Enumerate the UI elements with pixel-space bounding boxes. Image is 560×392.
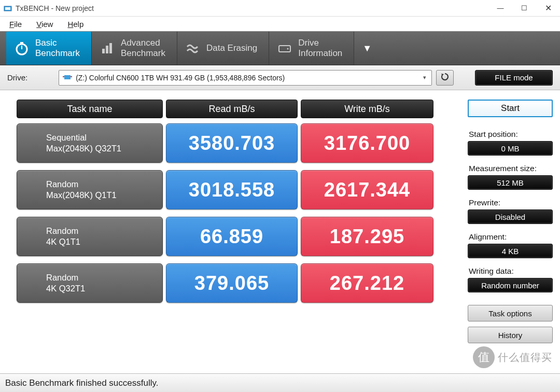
svg-rect-5	[102, 49, 105, 53]
drive-select[interactable]: (Z:) Colorful CN600 1TB WH 931.49 GB (1,…	[59, 70, 432, 86]
wave-icon	[185, 40, 201, 57]
svg-rect-10	[64, 75, 71, 79]
titlebar: TxBENCH - New project — ☐ ✕	[0, 0, 560, 17]
task-cell[interactable]: RandomMax(2048K) Q1T1	[17, 170, 163, 209]
tab-drive-information[interactable]: Drive Information	[269, 32, 354, 65]
svg-rect-3	[20, 42, 23, 44]
sidebar: Start Start position: 0 MB Measurement s…	[457, 100, 553, 369]
prewrite-value[interactable]: Disabled	[468, 209, 553, 224]
menu-file[interactable]: File	[2, 18, 29, 31]
tab-overflow-arrow[interactable]: ▼	[354, 32, 380, 65]
svg-point-9	[287, 48, 289, 50]
tab-basic-benchmark[interactable]: Basic Benchmark	[6, 32, 92, 65]
task-cell[interactable]: SequentialMax(2048K) Q32T1	[17, 123, 163, 163]
drive-icon	[276, 40, 293, 57]
start-button[interactable]: Start	[468, 100, 553, 117]
drive-toolbar: Drive: (Z:) Colorful CN600 1TB WH 931.49…	[0, 65, 560, 90]
task-cell[interactable]: Random4K Q32T1	[17, 263, 163, 303]
tabstrip: Basic Benchmark Advanced Benchmark Data …	[0, 31, 560, 65]
write-value: 2617.344	[301, 170, 433, 209]
read-value: 379.065	[166, 263, 298, 303]
history-button[interactable]: History	[468, 327, 553, 343]
read-value: 3580.703	[166, 123, 298, 163]
writing-data-label: Writing data:	[469, 267, 553, 276]
content: Task name Read mB/s Write mB/s Sequentia…	[0, 90, 560, 373]
header-read: Read mB/s	[166, 100, 298, 118]
task-options-button[interactable]: Task options	[468, 305, 553, 321]
drive-label: Drive:	[7, 73, 27, 82]
tab-data-erasing[interactable]: Data Erasing	[177, 32, 269, 65]
drive-value: (Z:) Colorful CN600 1TB WH 931.49 GB (1,…	[76, 74, 285, 82]
menubar: File View Help	[0, 17, 560, 31]
read-value: 66.859	[166, 217, 298, 256]
menu-view[interactable]: View	[29, 18, 60, 31]
header-write: Write mB/s	[301, 100, 433, 118]
tab-advanced-benchmark[interactable]: Advanced Benchmark	[92, 32, 177, 65]
watermark-text: 什么值得买	[498, 351, 552, 365]
stopwatch-icon	[13, 40, 30, 57]
measurement-size-value[interactable]: 512 MB	[468, 175, 553, 190]
start-position-label: Start position:	[469, 130, 553, 139]
result-row: Random4K Q32T1 379.065 267.212	[17, 263, 457, 303]
svg-rect-12	[71, 76, 72, 77]
statusbar: Basic Benchmark finished successfully.	[0, 373, 560, 392]
start-position-value[interactable]: 0 MB	[468, 141, 553, 156]
measurement-size-label: Measurement size:	[469, 164, 553, 173]
task-cell[interactable]: Random4K Q1T1	[17, 217, 163, 256]
tab-label: Drive Information	[298, 38, 342, 58]
alignment-label: Alignment:	[469, 232, 553, 242]
alignment-value[interactable]: 4 KB	[468, 244, 553, 258]
tab-label: Advanced Benchmark	[121, 38, 165, 58]
file-mode-button[interactable]: FILE mode	[475, 70, 553, 86]
refresh-icon	[440, 72, 450, 83]
svg-rect-11	[63, 76, 64, 77]
result-row: RandomMax(2048K) Q1T1 3018.558 2617.344	[17, 170, 457, 209]
results-table: Task name Read mB/s Write mB/s Sequentia…	[17, 100, 457, 369]
drive-device-icon	[62, 74, 73, 81]
svg-rect-6	[106, 46, 108, 53]
watermark: 值 什么值得买	[473, 345, 556, 369]
refresh-button[interactable]	[436, 70, 454, 86]
maximize-button[interactable]: ☐	[512, 1, 536, 16]
window-title: TxBENCH - New project	[16, 4, 488, 12]
minimize-button[interactable]: —	[488, 1, 512, 16]
prewrite-label: Prewrite:	[469, 198, 553, 207]
svg-rect-8	[279, 46, 290, 52]
chevron-down-icon: ▾	[421, 74, 428, 81]
watermark-badge-icon: 值	[473, 346, 495, 368]
result-row: SequentialMax(2048K) Q32T1 3580.703 3176…	[17, 123, 457, 163]
tab-label: Data Erasing	[206, 43, 257, 53]
svg-rect-1	[5, 7, 10, 10]
write-value: 267.212	[301, 263, 433, 303]
bars-icon	[99, 40, 116, 57]
result-row: Random4K Q1T1 66.859 187.295	[17, 217, 457, 256]
write-value: 3176.700	[301, 123, 433, 163]
close-button[interactable]: ✕	[536, 1, 560, 16]
writing-data-value[interactable]: Random number	[468, 278, 553, 292]
tab-label: Basic Benchmark	[35, 38, 80, 58]
app-icon	[3, 4, 12, 13]
status-text: Basic Benchmark finished successfully.	[5, 378, 158, 388]
header-task: Task name	[17, 100, 163, 118]
svg-rect-7	[109, 43, 112, 53]
write-value: 187.295	[301, 217, 433, 256]
menu-help[interactable]: Help	[60, 18, 91, 31]
read-value: 3018.558	[166, 170, 298, 209]
